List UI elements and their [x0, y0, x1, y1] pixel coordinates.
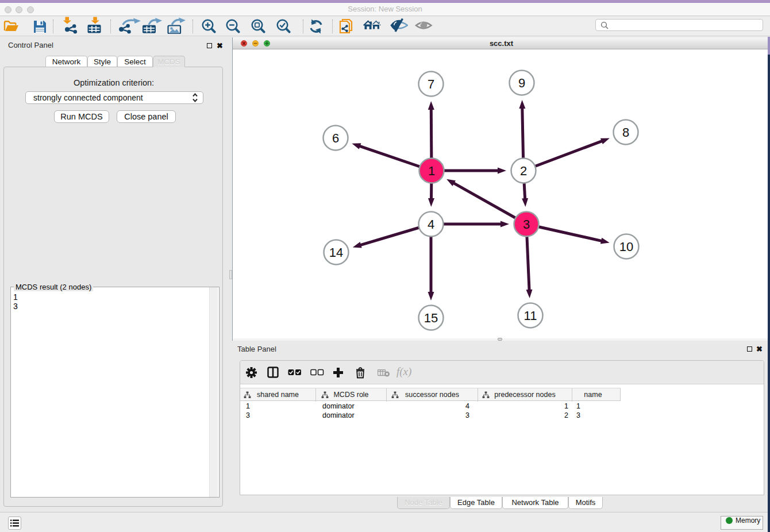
svg-text:9: 9 — [518, 76, 525, 90]
svg-text:10: 10 — [619, 240, 633, 254]
svg-text:6: 6 — [332, 131, 339, 145]
svg-text:3: 3 — [523, 217, 530, 232]
svg-text:14: 14 — [329, 245, 343, 260]
svg-text:8: 8 — [622, 125, 629, 140]
svg-text:7: 7 — [428, 77, 434, 91]
svg-text:11: 11 — [524, 309, 537, 323]
svg-text:4: 4 — [428, 217, 434, 232]
svg-text:15: 15 — [424, 311, 438, 325]
svg-text:1: 1 — [428, 164, 435, 178]
svg-text:2: 2 — [520, 164, 527, 178]
